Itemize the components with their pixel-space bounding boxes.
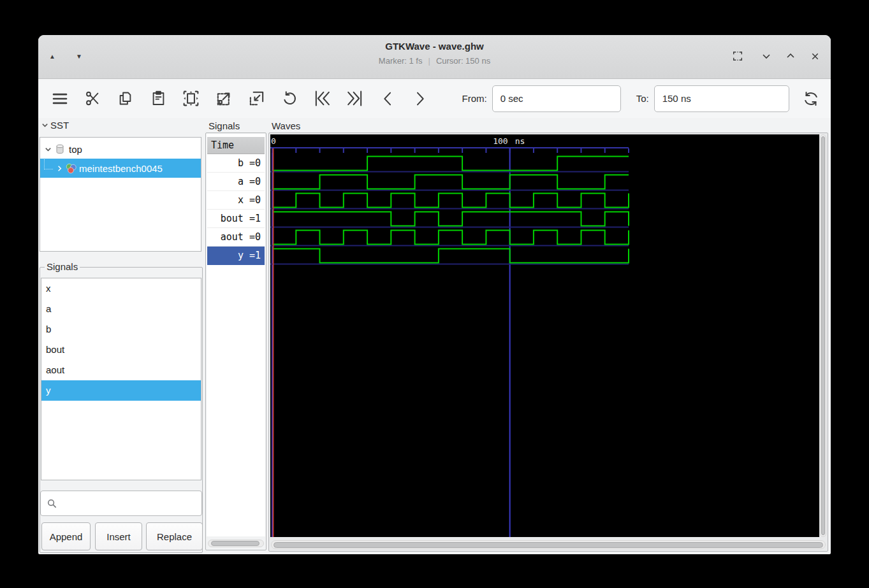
- cut-button[interactable]: [80, 84, 105, 113]
- list-item-x[interactable]: x: [41, 278, 201, 299]
- signal-value-row-x[interactable]: x =0: [207, 191, 265, 210]
- copy-icon: [117, 90, 134, 107]
- signals-hscrollbar[interactable]: [208, 540, 264, 547]
- svg-text:100: 100: [493, 136, 508, 146]
- sst-panel-label: SST: [50, 120, 69, 131]
- svg-text:0: 0: [271, 136, 276, 146]
- module-spheres-icon: [65, 162, 77, 175]
- toolbar: From: To:: [38, 79, 831, 118]
- expander-down-icon[interactable]: [43, 145, 53, 154]
- maximize-icon: [785, 51, 796, 61]
- list-item-y[interactable]: y: [41, 380, 201, 401]
- signal-value-row-b[interactable]: b =0: [207, 154, 265, 173]
- zoom-out-button[interactable]: [244, 84, 269, 113]
- maximize-button[interactable]: [782, 48, 799, 64]
- fullscreen-icon: [732, 50, 743, 62]
- waves-frame-label: Waves: [270, 120, 302, 131]
- subtitle-separator: |: [428, 56, 430, 66]
- sst-signals-frame: xabboutaouty Append Insert Replace: [40, 267, 203, 553]
- time-header: Time: [207, 137, 265, 154]
- tree-guide-line: [44, 159, 53, 169]
- list-item-a[interactable]: a: [41, 299, 201, 319]
- zoom-fit-button[interactable]: [179, 84, 204, 113]
- waves-vscrollbar-thumb[interactable]: [821, 136, 825, 535]
- zoom-fit-icon: [182, 89, 200, 108]
- list-item-b[interactable]: b: [41, 319, 201, 340]
- waveform-bout: [272, 212, 629, 226]
- reload-button[interactable]: [798, 84, 824, 113]
- shift-left-button[interactable]: [375, 84, 400, 113]
- collapse-chevron-icon: [41, 121, 49, 129]
- search-input[interactable]: [62, 491, 201, 516]
- signals-panel: Time b =0a =0x =0bout =1aout =0y =1: [205, 133, 267, 550]
- list-item-aout[interactable]: aout: [41, 360, 201, 380]
- insert-button-label: Insert: [106, 531, 131, 542]
- signal-value-row-bout[interactable]: bout =1: [207, 210, 265, 228]
- waveform-aout: [272, 231, 629, 245]
- to-input[interactable]: [654, 85, 789, 112]
- signals-frame-label: Signals: [207, 120, 242, 131]
- from-input[interactable]: [492, 85, 621, 112]
- fullscreen-button[interactable]: [729, 48, 746, 64]
- waves-hscrollbar-thumb[interactable]: [274, 542, 823, 548]
- window-subtitle: Marker: 1 fs|Cursor: 150 ns: [38, 56, 831, 66]
- sst-panel-header[interactable]: SST: [41, 120, 69, 131]
- marker-status: Marker: 1 fs: [379, 56, 423, 66]
- sst-tree: top meintestbench0045: [40, 137, 201, 252]
- zoom-in-icon: [215, 89, 233, 108]
- close-icon: [810, 52, 820, 61]
- append-button[interactable]: Append: [41, 522, 91, 550]
- waveform-b: [272, 157, 629, 171]
- wave-canvas[interactable]: 0100ns: [270, 134, 819, 537]
- cut-icon: [84, 90, 101, 107]
- expander-right-icon[interactable]: [54, 164, 64, 173]
- signal-value-rows: b =0a =0x =0bout =1aout =0y =1: [207, 154, 265, 265]
- skip-to-start-button[interactable]: [309, 84, 335, 113]
- copy-button[interactable]: [113, 84, 138, 113]
- skip-to-end-button[interactable]: [342, 84, 367, 113]
- sst-signal-list: xabboutaouty: [41, 278, 201, 480]
- gtkwave-window: ▲ ▼ GTKWave - wave.ghw Marker: 1 fs|Curs…: [38, 35, 831, 554]
- from-label: From:: [462, 93, 487, 104]
- to-label: To:: [636, 93, 649, 104]
- zoom-in-button[interactable]: [211, 84, 237, 113]
- signals-hscrollbar-thumb[interactable]: [211, 541, 259, 546]
- tree-item-label: meintestbench0045: [79, 163, 163, 174]
- signal-search-box[interactable]: [40, 491, 202, 516]
- minimize-button[interactable]: [758, 48, 775, 64]
- window-title: GTKWave - wave.ghw: [38, 41, 831, 52]
- sst-signals-frame-label: Signals: [45, 261, 80, 272]
- signal-value-row-aout[interactable]: aout =0: [207, 228, 265, 247]
- shift-right-button[interactable]: [407, 84, 433, 113]
- zoom-out-icon: [247, 89, 266, 108]
- signal-value-row-y[interactable]: y =1: [207, 247, 265, 265]
- tree-item-meintestbench0045[interactable]: meintestbench0045: [40, 159, 201, 178]
- search-icon: [47, 498, 57, 509]
- tree-item-top[interactable]: top: [40, 140, 201, 159]
- waves-vscrollbar[interactable]: [820, 134, 826, 537]
- titlebar[interactable]: ▲ ▼ GTKWave - wave.ghw Marker: 1 fs|Curs…: [38, 35, 831, 79]
- insert-button[interactable]: Insert: [95, 522, 142, 550]
- chevron-left-icon: [379, 90, 397, 108]
- waveform-a: [272, 175, 629, 189]
- waveform-plot: 0100ns: [270, 134, 819, 537]
- cursor-status: Cursor: 150 ns: [436, 56, 490, 66]
- menu-icon: [50, 89, 69, 108]
- paste-icon: [150, 90, 167, 107]
- chevron-right-icon: [411, 90, 429, 108]
- replace-button-label: Replace: [157, 531, 192, 542]
- list-item-bout[interactable]: bout: [41, 340, 201, 360]
- skip-to-start-icon: [313, 89, 332, 108]
- minimize-icon: [761, 51, 771, 61]
- desktop: { "window": { "title": "GTKWave - wave.g…: [0, 0, 869, 588]
- scope-cylinder-icon: [54, 143, 66, 155]
- waves-hscrollbar[interactable]: [271, 540, 826, 549]
- close-button[interactable]: [807, 48, 823, 64]
- waves-panel: 0100ns: [268, 133, 828, 552]
- paste-button[interactable]: [145, 84, 171, 113]
- undo-button[interactable]: [277, 84, 302, 113]
- tree-item-label: top: [69, 144, 82, 155]
- menu-button[interactable]: [47, 84, 73, 113]
- replace-button[interactable]: Replace: [146, 522, 203, 550]
- signal-value-row-a[interactable]: a =0: [207, 173, 265, 191]
